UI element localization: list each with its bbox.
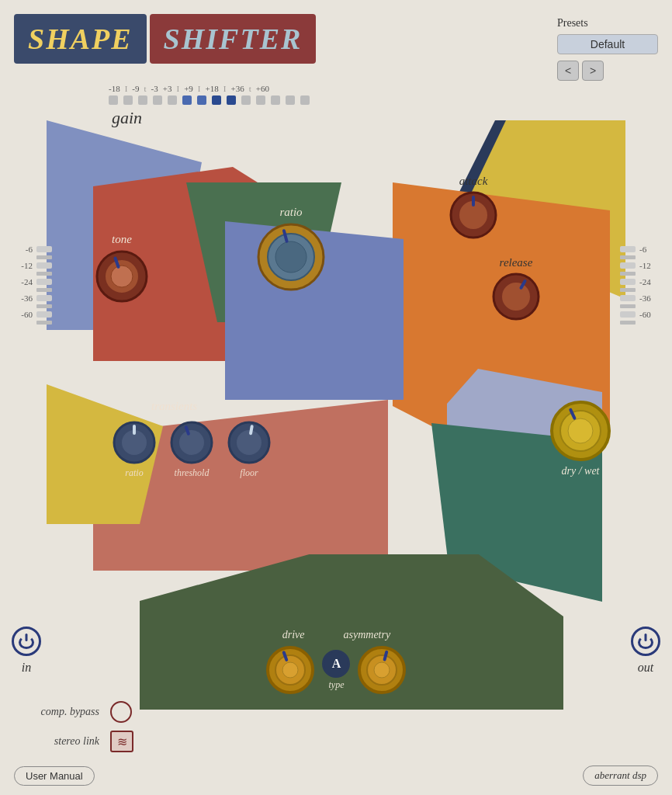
- attack-knob[interactable]: [449, 191, 497, 239]
- vu-dot-3: [138, 95, 147, 105]
- comp-bypass-button[interactable]: [110, 701, 132, 723]
- transients-floor-label: floor: [240, 467, 258, 479]
- transients-ratio-knob[interactable]: [113, 421, 156, 464]
- svg-point-16: [568, 418, 593, 443]
- user-manual-button[interactable]: User Manual: [14, 766, 95, 786]
- vu-left-led-5: [36, 311, 52, 318]
- release-knob[interactable]: [492, 273, 540, 321]
- vu-dot-7: [197, 95, 206, 105]
- vu-left-dash-5: [36, 321, 52, 325]
- power-in-button[interactable]: [12, 627, 41, 656]
- ratio-knob-container: ratio: [256, 206, 326, 292]
- svg-point-25: [236, 429, 262, 456]
- release-knob-container: release: [492, 256, 540, 321]
- vu-right-row-10: [620, 321, 661, 325]
- vu-left-row-5: -24: [11, 277, 52, 286]
- vu-left-row-2: [11, 255, 52, 259]
- vu-right-dash-1: [620, 255, 636, 259]
- tone-label: tone: [112, 233, 132, 246]
- vu-right-dash-3: [620, 288, 636, 292]
- nav-buttons: < >: [557, 61, 604, 81]
- vu-left-led-4: [36, 295, 52, 301]
- power-in-label: in: [22, 661, 31, 675]
- gain-scale-neg3: -3: [151, 84, 158, 93]
- ratio-knob[interactable]: [256, 222, 326, 292]
- vu-left-label-36: -36: [11, 293, 33, 303]
- vu-left-label-24: -24: [11, 277, 33, 286]
- vu-dot-13: [286, 95, 295, 105]
- ratio-label: ratio: [279, 206, 302, 219]
- header: SHAPE SHIFTER Presets Default Preset 1 P…: [14, 14, 658, 81]
- vu-right-row-8: [620, 304, 661, 308]
- vu-right-row-3: -12: [620, 261, 661, 270]
- type-label: type: [328, 679, 344, 691]
- vu-right-led-5: [620, 311, 636, 318]
- vu-right-led-3: [620, 279, 636, 285]
- attack-knob-container: attack: [449, 175, 497, 239]
- vu-meter-left: -6 -12 -24 -36 -60: [11, 245, 52, 325]
- vu-left-row-9: -60: [11, 310, 52, 319]
- footer: User Manual aberrant dsp: [14, 765, 658, 786]
- vu-meter-right: -6 -12 -24 -36 -60: [620, 245, 661, 325]
- transients-section-label: transients: [151, 400, 392, 413]
- vu-right-row-1: -6: [620, 245, 661, 254]
- vu-left-dash-4: [36, 304, 52, 308]
- type-button[interactable]: A: [322, 650, 350, 678]
- logo-shape-text: SHAPE: [28, 23, 133, 55]
- transients-floor-knob[interactable]: [227, 421, 271, 464]
- logo-shape-box: SHAPE: [14, 14, 147, 64]
- vu-left-label-6: -6: [11, 245, 33, 254]
- stereo-link-button[interactable]: ≋: [110, 731, 133, 752]
- transients-section: transients ratio threshold: [113, 400, 392, 479]
- vu-left-label-60: -60: [11, 310, 33, 319]
- vu-dot-12: [271, 95, 280, 105]
- vu-dot-14: [300, 95, 310, 105]
- vu-left-row-7: -36: [11, 293, 52, 303]
- vu-right-label-36: -36: [639, 293, 661, 303]
- vu-left-row-3: -12: [11, 261, 52, 270]
- drywet-knob[interactable]: [549, 400, 611, 462]
- vu-left-dash-2: [36, 272, 52, 276]
- power-out-button[interactable]: [631, 627, 660, 656]
- vu-dot-10: [241, 95, 251, 105]
- drywet-label: dry / wet: [562, 465, 600, 477]
- vu-right-row-5: -24: [620, 277, 661, 286]
- vu-right-led-1: [620, 246, 636, 252]
- gain-scale-pos18: +18: [206, 84, 219, 93]
- svg-point-33: [374, 662, 390, 678]
- transients-threshold-knob[interactable]: [170, 421, 213, 464]
- vu-dot-4: [153, 95, 162, 105]
- vu-right-label-60: -60: [639, 310, 661, 319]
- comp-bypass-row: comp. bypass: [14, 701, 133, 723]
- logo-shifter-box: SHIFTER: [150, 14, 317, 64]
- gain-tick6: t: [249, 84, 251, 93]
- stereo-link-icon: ≋: [117, 734, 127, 749]
- vu-dot-1: [109, 95, 118, 105]
- vu-right-row-2: [620, 255, 661, 259]
- asymmetry-knob[interactable]: [358, 646, 406, 694]
- vu-left-row-4: [11, 272, 52, 276]
- vu-right-label-6: -6: [639, 245, 661, 254]
- next-button[interactable]: >: [582, 61, 604, 81]
- vu-dot-5: [168, 95, 177, 105]
- vu-right-dash-2: [620, 272, 636, 276]
- comp-bypass-label: comp. bypass: [14, 706, 99, 718]
- vu-right-label-12: -12: [639, 261, 661, 270]
- svg-point-29: [282, 662, 298, 678]
- svg-rect-20: [133, 425, 136, 435]
- vu-dot-6: [182, 95, 192, 105]
- vu-left-led-3: [36, 279, 52, 285]
- power-out-label: out: [638, 661, 653, 675]
- vu-left-row-10: [11, 321, 52, 325]
- gain-tick1: I: [125, 84, 128, 93]
- tone-knob-container: tone: [95, 233, 149, 304]
- artwork: tone ratio attack release: [47, 120, 625, 710]
- drive-knob[interactable]: [266, 646, 314, 694]
- gain-scale-pos60: +60: [256, 84, 269, 93]
- prev-button[interactable]: <: [557, 61, 579, 81]
- gain-scale-neg9: -9: [132, 84, 139, 93]
- vu-left-label-12: -12: [11, 261, 33, 270]
- brand-label: aberrant dsp: [583, 765, 658, 786]
- presets-dropdown[interactable]: Default Preset 1 Preset 2: [557, 34, 658, 54]
- tone-knob[interactable]: [95, 249, 149, 304]
